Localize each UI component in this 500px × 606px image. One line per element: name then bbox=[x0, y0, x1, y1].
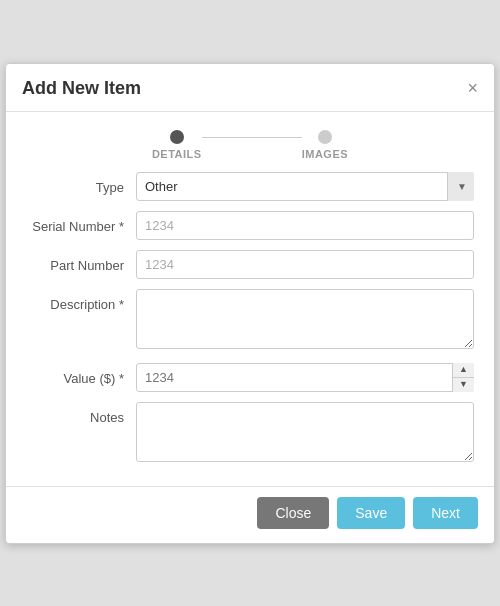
serial-number-control bbox=[136, 211, 474, 240]
notes-textarea[interactable] bbox=[136, 402, 474, 462]
serial-number-row: Serial Number * bbox=[26, 211, 474, 240]
step-details: DETAILS bbox=[152, 130, 202, 160]
part-number-row: Part Number bbox=[26, 250, 474, 279]
description-label: Description * bbox=[26, 289, 136, 312]
modal-header: Add New Item × bbox=[6, 64, 494, 112]
serial-number-label: Serial Number * bbox=[26, 211, 136, 234]
type-row: Type Other Hardware Software Furniture bbox=[26, 172, 474, 201]
notes-control bbox=[136, 402, 474, 466]
modal-footer: Close Save Next bbox=[6, 486, 494, 543]
value-input[interactable] bbox=[136, 363, 474, 392]
description-row: Description * bbox=[26, 289, 474, 353]
value-spinner-up[interactable]: ▲ bbox=[453, 363, 474, 378]
value-row: Value ($) * ▲ ▼ bbox=[26, 363, 474, 392]
type-control: Other Hardware Software Furniture bbox=[136, 172, 474, 201]
modal-close-button[interactable]: × bbox=[467, 79, 478, 97]
form-body: Type Other Hardware Software Furniture S… bbox=[6, 168, 494, 486]
step-images: IMAGES bbox=[302, 130, 348, 160]
value-label: Value ($) * bbox=[26, 363, 136, 386]
type-select[interactable]: Other Hardware Software Furniture bbox=[136, 172, 474, 201]
steps-row: DETAILS IMAGES bbox=[6, 112, 494, 168]
value-spinners: ▲ ▼ bbox=[452, 363, 474, 392]
modal-title: Add New Item bbox=[22, 78, 141, 99]
close-button[interactable]: Close bbox=[257, 497, 329, 529]
save-button[interactable]: Save bbox=[337, 497, 405, 529]
part-number-control bbox=[136, 250, 474, 279]
value-input-wrapper: ▲ ▼ bbox=[136, 363, 474, 392]
step-details-circle bbox=[170, 130, 184, 144]
step-images-label: IMAGES bbox=[302, 148, 348, 160]
notes-label: Notes bbox=[26, 402, 136, 425]
serial-number-input[interactable] bbox=[136, 211, 474, 240]
value-spinner-down[interactable]: ▼ bbox=[453, 378, 474, 392]
value-control: ▲ ▼ bbox=[136, 363, 474, 392]
step-details-label: DETAILS bbox=[152, 148, 202, 160]
type-select-wrapper: Other Hardware Software Furniture bbox=[136, 172, 474, 201]
step-connector bbox=[202, 137, 302, 138]
notes-row: Notes bbox=[26, 402, 474, 466]
next-button[interactable]: Next bbox=[413, 497, 478, 529]
steps-wrapper: DETAILS IMAGES bbox=[152, 130, 348, 160]
type-label: Type bbox=[26, 172, 136, 195]
part-number-label: Part Number bbox=[26, 250, 136, 273]
part-number-input[interactable] bbox=[136, 250, 474, 279]
step-images-circle bbox=[318, 130, 332, 144]
add-new-item-modal: Add New Item × DETAILS IMAGES Type Other bbox=[5, 63, 495, 544]
description-textarea[interactable] bbox=[136, 289, 474, 349]
description-control bbox=[136, 289, 474, 353]
